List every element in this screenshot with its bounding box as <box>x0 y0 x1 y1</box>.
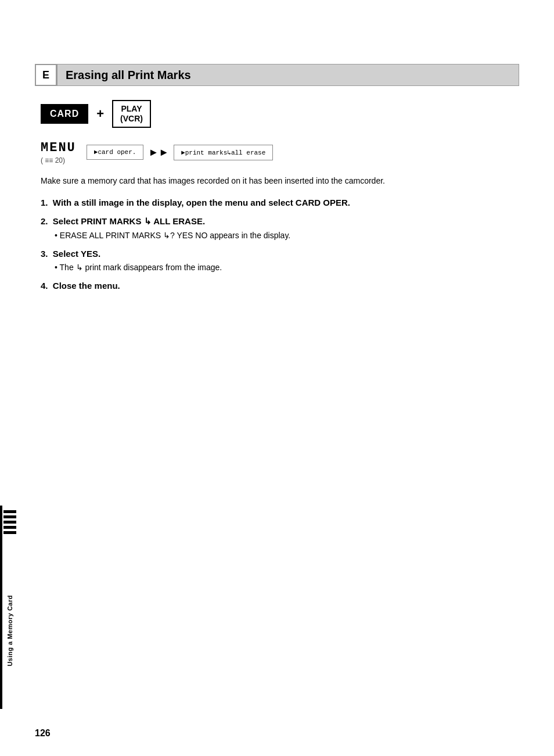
step-4: 4. Close the menu. <box>41 280 519 293</box>
stripe-2 <box>3 515 16 518</box>
step-1-number: 1. <box>41 198 53 207</box>
step-2: 2. Select PRINT MARKS ↳ ALL ERASE. ERASE… <box>41 215 519 242</box>
stripe-5 <box>3 531 16 534</box>
play-label: PLAY <box>120 104 143 114</box>
section-header: E Erasing all Print Marks <box>35 64 519 86</box>
step-2-sub: ERASE ALL PRINT MARKS ↳? YES NO appears … <box>55 230 519 242</box>
play-vcr-button: PLAY (VCR) <box>112 100 151 128</box>
menu-label: MENU <box>41 141 76 155</box>
menu-item-2: ►print marks↳all erase <box>174 145 273 160</box>
button-row: CARD + PLAY (VCR) <box>41 100 519 128</box>
menu-item-1: ►card oper. <box>87 145 144 160</box>
stripe-1 <box>3 510 16 513</box>
sidebar-label-wrapper: Using a Memory Card <box>3 564 16 697</box>
step-3-sub: The ↳ print mark disappears from the ima… <box>55 261 519 274</box>
stripe-3 <box>3 521 16 524</box>
menu-row: MENU ( ≡≡ 20) ►card oper. ►► ►print mark… <box>41 141 519 164</box>
vcr-label: (VCR) <box>120 114 143 124</box>
step-2-number: 2. <box>41 216 53 226</box>
step-2-text: 2. Select PRINT MARKS ↳ ALL ERASE. <box>41 215 519 228</box>
sidebar-container: Using a Memory Card <box>0 506 19 709</box>
step-3-number: 3. <box>41 249 53 259</box>
instruction-text: Make sure a memory card that has images … <box>41 175 519 187</box>
step-1-content: With a still image in the display, open … <box>53 198 350 207</box>
step-1-text: 1. With a still image in the display, op… <box>41 196 519 210</box>
step-4-content: Close the menu. <box>53 281 120 291</box>
section-title: Erasing all Print Marks <box>66 69 191 82</box>
sidebar-label: Using a Memory Card <box>6 595 13 667</box>
plus-sign: + <box>96 106 104 121</box>
sidebar-left-border <box>0 506 2 709</box>
step-3-text: 3. Select YES. <box>41 248 519 261</box>
steps-container: 1. With a still image in the display, op… <box>41 196 519 293</box>
sidebar-stripes <box>3 510 16 536</box>
step-4-text: 4. Close the menu. <box>41 280 519 293</box>
step-4-number: 4. <box>41 281 53 291</box>
section-title-bar: Erasing all Print Marks <box>57 64 519 86</box>
double-arrow-icon: ►► <box>148 146 169 159</box>
step-3-content: Select YES. <box>53 249 100 259</box>
menu-label-block: MENU ( ≡≡ 20) <box>41 141 76 164</box>
stripe-4 <box>3 526 16 529</box>
step-1: 1. With a still image in the display, op… <box>41 196 519 210</box>
section-letter: E <box>35 64 57 86</box>
card-button: CARD <box>41 104 88 124</box>
step-3: 3. Select YES. The ↳ print mark disappea… <box>41 248 519 274</box>
step-2-content: Select PRINT MARKS ↳ ALL ERASE. <box>53 216 205 226</box>
page-number: 126 <box>35 728 51 739</box>
menu-ref: ( ≡≡ 20) <box>41 156 76 164</box>
